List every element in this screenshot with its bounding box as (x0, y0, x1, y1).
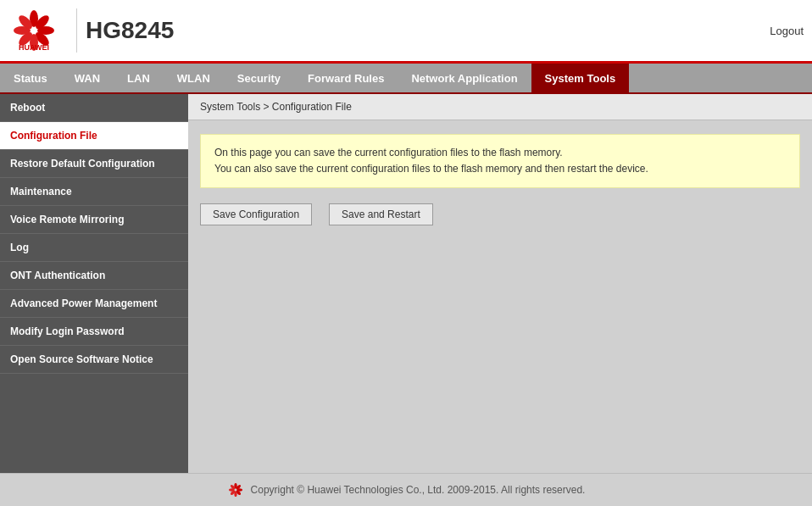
nav-item-lan[interactable]: LAN (114, 64, 164, 92)
sidebar-item-maintenance[interactable]: Maintenance (0, 178, 188, 206)
breadcrumb-text: System Tools > Configuration File (200, 101, 352, 113)
sidebar: RebootConfiguration FileRestore Default … (0, 94, 188, 506)
sidebar-item-advanced-power-management[interactable]: Advanced Power Management (0, 290, 188, 318)
nav-item-status[interactable]: Status (0, 64, 61, 92)
nav-item-security[interactable]: Security (224, 64, 294, 92)
sidebar-item-modify-login-password[interactable]: Modify Login Password (0, 318, 188, 346)
footer: Copyright © Huawei Technologies Co., Ltd… (0, 473, 812, 506)
buttons-area: Save Configuration Save and Restart (188, 200, 812, 229)
huawei-logo: HUAWEI (8, 8, 59, 53)
content-area: System Tools > Configuration File On thi… (188, 94, 812, 506)
sidebar-item-ont-authentication[interactable]: ONT Authentication (0, 262, 188, 290)
logout-button[interactable]: Logout (770, 25, 804, 37)
sidebar-item-log[interactable]: Log (0, 234, 188, 262)
sidebar-item-restore-default[interactable]: Restore Default Configuration (0, 150, 188, 178)
svg-text:HUAWEI: HUAWEI (19, 43, 49, 52)
header: HUAWEI HG8245 Logout (0, 0, 812, 64)
logo-area: HUAWEI (8, 8, 77, 53)
nav-item-system-tools[interactable]: System Tools (531, 64, 630, 92)
info-box: On this page you can save the current co… (200, 134, 800, 188)
nav-item-forward-rules[interactable]: Forward Rules (294, 64, 398, 92)
save-config-button[interactable]: Save Configuration (200, 203, 312, 225)
sidebar-item-open-source-notice[interactable]: Open Source Software Notice (0, 346, 188, 374)
nav-item-network-application[interactable]: Network Application (398, 64, 531, 92)
nav-item-wan[interactable]: WAN (61, 64, 114, 92)
footer-text: Copyright © Huawei Technologies Co., Ltd… (251, 484, 586, 496)
sidebar-item-reboot[interactable]: Reboot (0, 94, 188, 122)
save-restart-button[interactable]: Save and Restart (329, 203, 433, 225)
navbar: StatusWANLANWLANSecurityForward RulesNet… (0, 64, 812, 94)
info-line1: On this page you can save the current co… (214, 145, 786, 161)
footer-logo (227, 482, 244, 498)
nav-item-wlan[interactable]: WLAN (164, 64, 224, 92)
sidebar-item-voice-remote-mirroring[interactable]: Voice Remote Mirroring (0, 206, 188, 234)
breadcrumb: System Tools > Configuration File (188, 94, 812, 120)
main-layout: RebootConfiguration FileRestore Default … (0, 94, 812, 506)
device-title: HG8245 (86, 17, 770, 44)
info-line2: You can also save the current configurat… (214, 161, 786, 177)
sidebar-item-configuration-file[interactable]: Configuration File (0, 122, 188, 150)
